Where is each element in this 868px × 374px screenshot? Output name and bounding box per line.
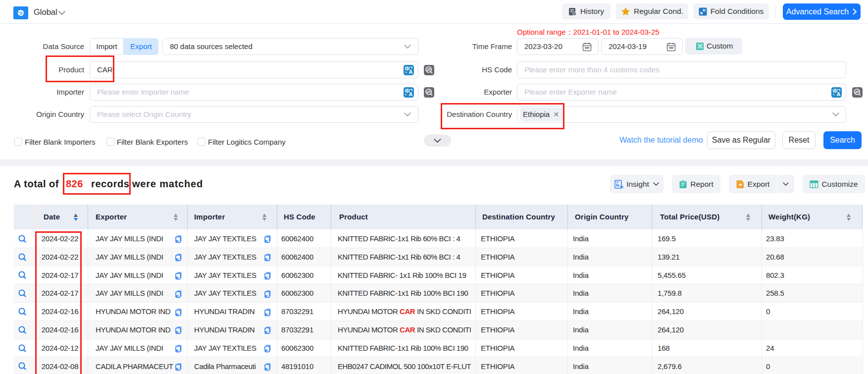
svg-text:⌘: ⌘ [697,43,703,50]
svg-text:BI: BI [620,185,624,188]
svg-text:A: A [409,91,413,97]
svg-text:A: A [409,69,413,75]
svg-text:A: A [837,91,841,97]
